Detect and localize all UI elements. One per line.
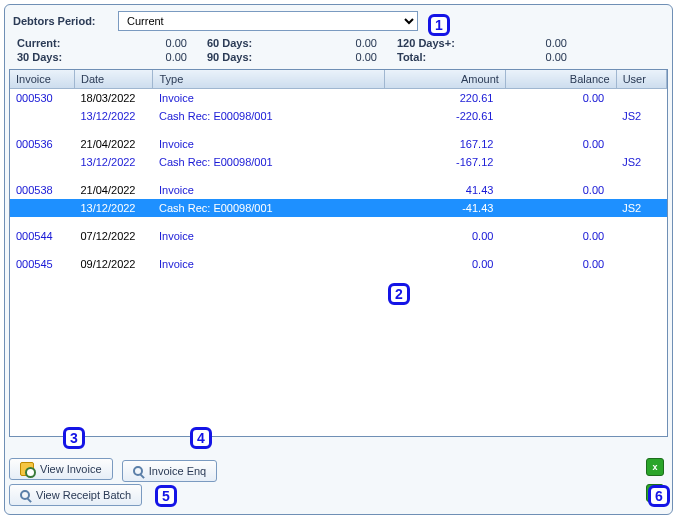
cell-date: 09/12/2022	[74, 255, 153, 273]
period-select-wrap: Current	[118, 11, 418, 31]
summary-30-value: 0.00	[127, 51, 207, 63]
table-row[interactable]: 13/12/2022Cash Rec: E00098/001-220.61JS2	[10, 107, 667, 125]
summary-current-label: Current:	[17, 37, 127, 49]
annotation-marker-5: 5	[155, 485, 177, 507]
button-bar: View Invoice Invoice Enq x View Receipt …	[9, 454, 668, 510]
annotation-marker-4: 4	[190, 427, 212, 449]
summary-current-value: 0.00	[127, 37, 207, 49]
cell-invoice: 000544	[10, 227, 74, 245]
debtors-panel: Debtors Period: Current Current: 0.00 60…	[4, 4, 673, 515]
cell-balance: 0.00	[505, 88, 616, 107]
cell-type: Cash Rec: E00098/001	[153, 199, 385, 217]
cell-type: Invoice	[153, 88, 385, 107]
summary-120-label: 120 Days+:	[397, 37, 487, 49]
invoice-enq-label: Invoice Enq	[149, 465, 206, 477]
aging-summary: Current: 0.00 60 Days: 0.00 120 Days+: 0…	[5, 33, 672, 69]
cell-invoice	[10, 107, 74, 125]
cell-date: 13/12/2022	[74, 199, 153, 217]
view-invoice-button[interactable]: View Invoice	[9, 458, 113, 480]
table-row	[10, 125, 667, 135]
cell-invoice: 000545	[10, 255, 74, 273]
cell-amount: 167.12	[385, 135, 506, 153]
cell-date: 21/04/2022	[74, 181, 153, 199]
cell-balance	[505, 153, 616, 171]
annotation-marker-3: 3	[63, 427, 85, 449]
cell-amount: 41.43	[385, 181, 506, 199]
summary-60-value: 0.00	[297, 37, 397, 49]
table-body: 00053018/03/2022Invoice220.610.0013/12/2…	[10, 88, 667, 273]
cell-amount: -220.61	[385, 107, 506, 125]
export-excel-button[interactable]: x	[646, 458, 664, 476]
table-row[interactable]: 00053018/03/2022Invoice220.610.00	[10, 88, 667, 107]
cell-amount: 220.61	[385, 88, 506, 107]
cell-type: Invoice	[153, 227, 385, 245]
invoice-enq-button[interactable]: Invoice Enq	[122, 460, 217, 482]
cell-invoice	[10, 199, 74, 217]
annotation-marker-2: 2	[388, 283, 410, 305]
cell-type: Invoice	[153, 135, 385, 153]
table-row[interactable]: 00053821/04/2022Invoice41.430.00	[10, 181, 667, 199]
cell-amount: -167.12	[385, 153, 506, 171]
cell-user	[616, 227, 666, 245]
magnify-icon	[133, 466, 143, 476]
table-row[interactable]: 00054407/12/2022Invoice0.000.00	[10, 227, 667, 245]
col-balance[interactable]: Balance	[505, 70, 616, 88]
view-invoice-label: View Invoice	[40, 463, 102, 475]
view-receipt-batch-button[interactable]: View Receipt Batch	[9, 484, 142, 506]
col-type[interactable]: Type	[153, 70, 385, 88]
period-label: Debtors Period:	[13, 15, 118, 27]
cell-balance	[505, 199, 616, 217]
folder-magnify-icon	[20, 462, 34, 476]
excel-icon: x	[652, 462, 657, 472]
col-amount[interactable]: Amount	[385, 70, 506, 88]
cell-user	[616, 181, 666, 199]
cell-type: Invoice	[153, 255, 385, 273]
summary-120-value: 0.00	[487, 37, 587, 49]
view-receipt-batch-label: View Receipt Batch	[36, 489, 131, 501]
table-row[interactable]: 00054509/12/2022Invoice0.000.00	[10, 255, 667, 273]
cell-date: 13/12/2022	[74, 107, 153, 125]
col-date[interactable]: Date	[74, 70, 153, 88]
cell-amount: 0.00	[385, 227, 506, 245]
table-row[interactable]: 13/12/2022Cash Rec: E00098/001-41.43JS2	[10, 199, 667, 217]
table-row[interactable]: 13/12/2022Cash Rec: E00098/001-167.12JS2	[10, 153, 667, 171]
cell-balance: 0.00	[505, 227, 616, 245]
cell-invoice: 000538	[10, 181, 74, 199]
table-row[interactable]: 00053621/04/2022Invoice167.120.00	[10, 135, 667, 153]
period-row: Debtors Period: Current	[5, 5, 672, 33]
cell-balance: 0.00	[505, 135, 616, 153]
summary-90-label: 90 Days:	[207, 51, 297, 63]
cell-amount: 0.00	[385, 255, 506, 273]
cell-date: 07/12/2022	[74, 227, 153, 245]
cell-invoice: 000536	[10, 135, 74, 153]
col-invoice[interactable]: Invoice	[10, 70, 74, 88]
table-row	[10, 217, 667, 227]
cell-balance	[505, 107, 616, 125]
period-select[interactable]: Current	[118, 11, 418, 31]
cell-user: JS2	[616, 199, 666, 217]
cell-balance: 0.00	[505, 255, 616, 273]
cell-date: 13/12/2022	[74, 153, 153, 171]
cell-type: Cash Rec: E00098/001	[153, 153, 385, 171]
annotation-marker-1: 1	[428, 14, 450, 36]
summary-90-value: 0.00	[297, 51, 397, 63]
summary-60-label: 60 Days:	[207, 37, 297, 49]
cell-user: JS2	[616, 107, 666, 125]
invoice-table-wrap: Invoice Date Type Amount Balance User 00…	[9, 69, 668, 437]
cell-user	[616, 88, 666, 107]
cell-date: 21/04/2022	[74, 135, 153, 153]
annotation-marker-6: 6	[648, 485, 670, 507]
cell-user	[616, 255, 666, 273]
table-row	[10, 245, 667, 255]
invoice-table: Invoice Date Type Amount Balance User 00…	[10, 70, 667, 273]
cell-invoice	[10, 153, 74, 171]
cell-invoice: 000530	[10, 88, 74, 107]
col-user[interactable]: User	[616, 70, 666, 88]
summary-total-label: Total:	[397, 51, 487, 63]
summary-total-value: 0.00	[487, 51, 587, 63]
cell-user: JS2	[616, 153, 666, 171]
summary-30-label: 30 Days:	[17, 51, 127, 63]
cell-type: Cash Rec: E00098/001	[153, 107, 385, 125]
cell-balance: 0.00	[505, 181, 616, 199]
cell-amount: -41.43	[385, 199, 506, 217]
